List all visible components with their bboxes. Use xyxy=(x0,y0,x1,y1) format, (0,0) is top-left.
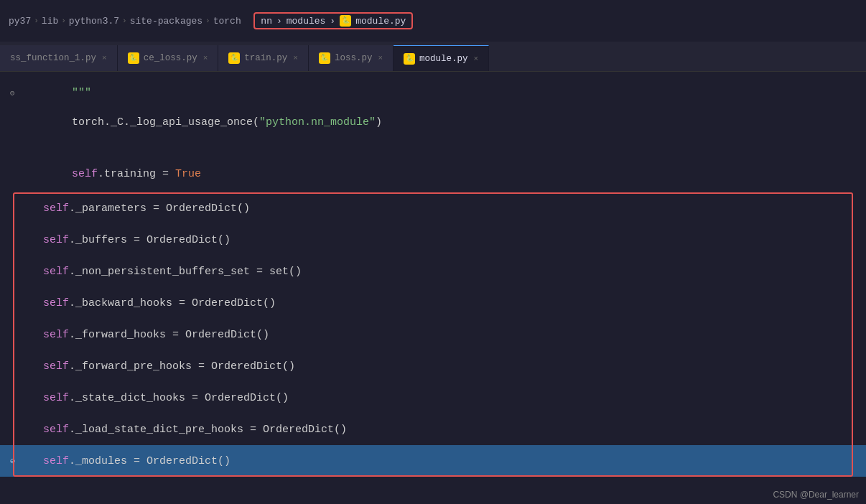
py-icon-loss: 🐍 xyxy=(319,52,330,64)
tab-loss-function[interactable]: ss_function_1.py × xyxy=(0,45,118,71)
fold-icon-docstring: ⊖ xyxy=(10,88,15,98)
breadcrumb-torch[interactable]: torch xyxy=(213,16,241,27)
breadcrumb-site-packages[interactable]: site-packages › xyxy=(130,16,210,27)
breadcrumb-py37[interactable]: py37 › xyxy=(9,16,39,27)
close-icon-module[interactable]: × xyxy=(474,55,479,63)
breadcrumb-python37[interactable]: python3.7 › xyxy=(69,16,127,27)
close-icon-loss[interactable]: × xyxy=(378,54,383,62)
tab-module[interactable]: 🐍 module.py × xyxy=(394,45,489,71)
code-line-nonpersistent: self._non_persistent_buffers_set = set() xyxy=(0,256,866,287)
code-line-buffers: self._buffers = OrderedDict() xyxy=(0,224,866,256)
py-icon-ce-loss: 🐍 xyxy=(128,52,139,64)
py-icon-module: 🐍 xyxy=(404,53,415,65)
close-icon[interactable]: × xyxy=(102,54,107,62)
tab-loss[interactable]: 🐍 loss.py × xyxy=(309,45,394,71)
code-line-log: torch._C._log_api_usage_once("python.nn_… xyxy=(0,106,866,138)
code-line-modules: ⊖ self._modules = OrderedDict() xyxy=(0,445,866,477)
breadcrumb-bar: py37 › lib › python3.7 › site-packages ›… xyxy=(0,0,866,42)
code-area: ⊖ """ torch._C._log_api_usage_once("pyth… xyxy=(0,72,866,504)
code-line-forward-hooks: self._forward_hooks = OrderedDict() xyxy=(0,319,866,350)
code-line-backward: self._backward_hooks = OrderedDict() xyxy=(0,287,866,319)
tab-train[interactable]: 🐍 train.py × xyxy=(218,45,309,71)
code-line-docstring: ⊖ """ xyxy=(0,79,866,106)
breadcrumb-highlight-box[interactable]: nn › modules › 🐍 module.py xyxy=(253,12,413,29)
py-icon-breadcrumb: 🐍 xyxy=(340,15,351,27)
watermark: CSDN @Dear_learner xyxy=(773,490,859,500)
tab-ce-loss[interactable]: 🐍 ce_loss.py × xyxy=(118,45,219,71)
code-line-forward-pre: self._forward_pre_hooks = OrderedDict() xyxy=(0,350,866,382)
py-icon-train: 🐍 xyxy=(228,52,240,64)
close-icon-train[interactable]: × xyxy=(293,54,298,62)
tab-bar: ss_function_1.py × 🐍 ce_loss.py × 🐍 trai… xyxy=(0,42,866,72)
close-icon-ce[interactable]: × xyxy=(203,54,208,62)
code-line-params: self._parameters = OrderedDict() xyxy=(0,192,866,224)
breadcrumb-lib[interactable]: lib › xyxy=(42,16,66,27)
fold-icon-modules: ⊖ xyxy=(10,456,15,467)
code-line-training: self.training = True xyxy=(0,158,866,190)
code-line-blank1 xyxy=(0,138,866,158)
code-line-state-dict: self._state_dict_hooks = OrderedDict() xyxy=(0,382,866,414)
code-line-load-state: self._load_state_dict_pre_hooks = Ordere… xyxy=(0,414,866,445)
